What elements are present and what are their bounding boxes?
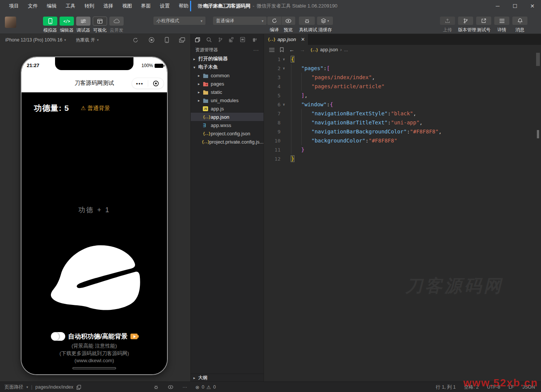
tree-item-pages[interactable]: ▸pages	[191, 80, 264, 88]
fold-icon[interactable]: ∨	[281, 103, 287, 106]
close-button[interactable]: ✕	[524, 0, 541, 12]
more-dots-icon[interactable]: •••	[132, 81, 148, 86]
code-line[interactable]: 8"navigationBarTitleText": "uni-app",	[264, 118, 541, 127]
code-line[interactable]: 6∨"window": {	[264, 100, 541, 109]
tree-item-uni-modules[interactable]: ▸uni_modules	[191, 96, 264, 104]
device-debug-button[interactable]	[299, 17, 315, 25]
language-mode[interactable]: JSON	[523, 384, 535, 390]
tree-item-app-json[interactable]: {..}app.json	[191, 113, 264, 121]
more-actions-icon[interactable]: ···	[253, 47, 259, 53]
code-line[interactable]: 3"pages/index/index",	[264, 73, 541, 82]
forward-icon[interactable]: →	[300, 47, 305, 53]
editor-toggle[interactable]: </> 编辑器	[60, 17, 74, 34]
tree-item-app-js[interactable]: JSapp.js	[191, 104, 264, 113]
encoding[interactable]: UTF-8	[487, 384, 500, 390]
close-tab-icon[interactable]: ✕	[301, 37, 305, 42]
indent-setting[interactable]: 空格: 2	[464, 384, 479, 390]
code-editor[interactable]: 1∨{2∨"pages": [3"pages/index/index",4"pa…	[264, 55, 541, 163]
bookmark-icon[interactable]	[280, 47, 284, 52]
debugger-toggle[interactable]: 调试器	[76, 17, 90, 34]
more-icon[interactable]: ···	[182, 384, 187, 390]
menu-file[interactable]: 文件	[23, 3, 42, 9]
code-line[interactable]: 7"navigationBarTextStyle": "black",	[264, 109, 541, 118]
compile-button[interactable]	[267, 17, 281, 25]
token: ,	[420, 119, 423, 126]
tree-item-static[interactable]: ▸static	[191, 88, 264, 96]
npm-file-icon[interactable]	[240, 37, 245, 42]
breadcrumb[interactable]: {..} app.json › ...	[310, 47, 348, 52]
tab-app-json[interactable]: {..} app.json ✕	[264, 34, 308, 45]
device-frame-icon[interactable]	[165, 37, 169, 43]
back-icon[interactable]: ←	[289, 47, 294, 53]
vconsole-icon[interactable]	[153, 384, 159, 390]
menu-select[interactable]: 选择	[99, 3, 118, 9]
cloud-dev-toggle[interactable]: 云开发	[109, 17, 124, 34]
teapot-icon[interactable]	[251, 37, 257, 42]
menu-interface[interactable]: 界面	[136, 3, 155, 9]
messages-button[interactable]: 消息	[512, 17, 527, 33]
stop-record-icon[interactable]	[149, 37, 155, 43]
avatar[interactable]	[5, 17, 16, 28]
problems-indicator[interactable]: ⊗ 0 ⚠ 0	[195, 382, 216, 392]
token: {	[291, 56, 294, 62]
menu-goto[interactable]: 转到	[80, 3, 99, 9]
copy-icon[interactable]	[77, 385, 81, 390]
menu-view[interactable]: 视图	[118, 3, 136, 9]
cascade-windows-icon[interactable]	[179, 37, 185, 43]
code-line[interactable]: 1∨{	[264, 55, 541, 64]
visual-toggle[interactable]: 可视化	[93, 17, 107, 34]
wechat-devtools-window: 项目 文件 编辑 工具 转到 选择 视图 界面 设置 帮助 微信开发者工具 电子…	[0, 0, 541, 392]
wooden-fish[interactable]	[43, 240, 147, 318]
restart-icon[interactable]	[133, 37, 138, 43]
hot-reload-select[interactable]: 热重载 开	[76, 37, 95, 43]
code-line[interactable]: 12}	[264, 154, 541, 163]
compile-mode-select[interactable]: 普通编译 ▾	[213, 17, 267, 25]
code-line[interactable]: 10"backgroundColor": "#F8F8F8"	[264, 136, 541, 145]
maximize-button[interactable]: ☐	[506, 0, 524, 12]
git-icon[interactable]	[218, 37, 223, 43]
preview-button[interactable]	[281, 17, 295, 25]
details-button[interactable]: 详情	[494, 17, 509, 33]
cursor-position[interactable]: 行 1, 列 1	[436, 384, 456, 390]
code-line[interactable]: 4"pages/article/article"	[264, 82, 541, 91]
capsule-button[interactable]: •••	[132, 78, 164, 89]
tree-item-project-private-config-js-[interactable]: {..}project.private.config.js...	[191, 138, 264, 146]
menu-tools[interactable]: 工具	[61, 3, 80, 9]
upload-button[interactable]: 上传	[440, 17, 455, 33]
search-icon[interactable]	[206, 37, 212, 43]
scrollbar-thumb[interactable]	[536, 53, 540, 66]
menu-settings[interactable]: 设置	[155, 3, 174, 9]
open-editors-section[interactable]: ▸ 打开的编辑器	[191, 55, 264, 63]
code-line[interactable]: 11}	[264, 145, 541, 154]
auto-merit-toggle[interactable]	[51, 332, 65, 341]
background-warning-badge[interactable]: ⚠ 普通背景	[81, 105, 110, 112]
eol-setting[interactable]: LF	[509, 384, 514, 390]
tree-item-app-wxss[interactable]: ∃app.wxss	[191, 121, 264, 129]
tree-item-project-config-json[interactable]: {..}project.config.json	[191, 129, 264, 138]
folder-icon	[203, 90, 211, 95]
code-line[interactable]: 9"navigationBarBackgroundColor": "#F8F8F…	[264, 127, 541, 136]
code-line[interactable]: 2∨"pages": [	[264, 64, 541, 73]
clear-cache-button[interactable]: ▾	[317, 17, 333, 25]
outline-section[interactable]: ▸ 大纲	[191, 374, 264, 381]
version-manage-button[interactable]: 版本管理	[458, 17, 473, 33]
menu-project[interactable]: 项目	[5, 3, 23, 9]
mode-select[interactable]: 小程序模式 ▾	[153, 17, 205, 25]
fold-icon[interactable]: ∨	[281, 57, 287, 61]
panel-resize-handle[interactable]	[190, 1, 191, 11]
project-root[interactable]: ▾ 电子木鱼	[191, 63, 264, 71]
device-select[interactable]: iPhone 12/13 (Pro) 100% 16	[5, 37, 62, 43]
test-account-button[interactable]: 测试号	[476, 17, 491, 33]
target-icon[interactable]	[148, 80, 164, 87]
minimize-button[interactable]: ─	[489, 0, 506, 12]
fold-icon[interactable]: ∨	[281, 66, 287, 70]
extensions-icon[interactable]	[229, 37, 234, 42]
menu-edit[interactable]: 编辑	[42, 3, 61, 9]
page-path-select[interactable]: 页面路径	[5, 384, 23, 390]
code-line[interactable]: 5],	[264, 91, 541, 100]
tree-item-common[interactable]: ▸common	[191, 71, 264, 80]
simulator-toggle[interactable]: 模拟器	[43, 17, 57, 34]
list-icon[interactable]	[269, 48, 274, 52]
preview-eye-icon[interactable]	[168, 385, 173, 389]
files-icon[interactable]	[195, 37, 200, 43]
